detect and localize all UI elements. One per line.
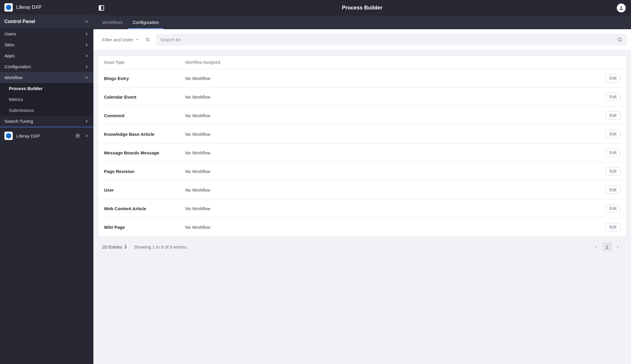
edit-button[interactable]: Edit <box>606 167 620 175</box>
cell-asset: Wiki Page <box>104 225 185 230</box>
table-row[interactable]: Calendar EventNo WorkflowEdit <box>98 87 626 106</box>
col-header-asset[interactable]: Asset Type <box>104 60 185 65</box>
pager-prev-button[interactable] <box>592 242 601 251</box>
compass-icon <box>75 133 80 138</box>
chevron-right-icon <box>615 244 620 249</box>
chevron-left-icon <box>594 244 599 249</box>
cell-workflow: No Workflow <box>185 225 597 230</box>
cell-workflow: No Workflow <box>185 169 597 174</box>
table-row[interactable]: UserNo WorkflowEdit <box>98 180 626 199</box>
brand-name: Liferay DXP <box>16 5 41 10</box>
search-field[interactable] <box>156 34 627 45</box>
cell-asset: Message Boards Message <box>104 150 185 155</box>
search-button[interactable] <box>617 37 622 42</box>
cell-workflow: No Workflow <box>185 113 597 118</box>
tabbar: Workflows Configuration <box>93 16 631 29</box>
user-icon <box>619 5 624 11</box>
cell-asset: Page Revision <box>104 169 185 174</box>
sidebar-site-label: Liferay DXP <box>16 133 40 138</box>
chevron-right-icon <box>84 32 89 36</box>
chevron-right-icon <box>84 64 89 69</box>
chevron-down-icon <box>84 75 89 80</box>
table-row[interactable]: Web Content ArticleNo WorkflowEdit <box>98 199 626 218</box>
brand-logo <box>4 3 13 12</box>
col-header-workflow[interactable]: Workflow Assigned <box>185 60 597 65</box>
sidebar-item-label: Search Tuning <box>4 119 33 124</box>
filter-order-dropdown[interactable]: Filter and Order <box>102 37 139 42</box>
caret-down-icon <box>136 38 139 41</box>
sidebar-item-users[interactable]: Users <box>0 28 93 39</box>
table-row[interactable]: Knowledge Base ArticleNo WorkflowEdit <box>98 125 626 143</box>
main: Process Builder Workflows Configuration … <box>93 0 631 364</box>
edit-button[interactable]: Edit <box>606 130 620 138</box>
table-row[interactable]: Message Boards MessageNo WorkflowEdit <box>98 143 626 162</box>
chevron-right-icon <box>84 53 89 58</box>
edit-button[interactable]: Edit <box>606 223 620 231</box>
table-row[interactable]: Wiki PageNo WorkflowEdit <box>98 218 626 236</box>
cell-asset: Blogs Entry <box>104 76 185 81</box>
edit-button[interactable]: Edit <box>606 74 620 82</box>
cell-asset: Calendar Event <box>104 94 185 99</box>
cell-workflow: No Workflow <box>185 150 597 155</box>
sidebar-item-search-tuning[interactable]: Search Tuning <box>0 116 93 127</box>
sidebar-subitem-submissions[interactable]: Submissions <box>0 105 93 116</box>
sort-caret-icon <box>124 245 127 249</box>
pager-page-1[interactable]: 1 <box>603 242 611 251</box>
edit-button[interactable]: Edit <box>606 111 620 120</box>
filter-label: Filter and Order <box>102 37 133 42</box>
cell-workflow: No Workflow <box>185 187 597 192</box>
brand-logo <box>4 132 13 140</box>
tab-configuration[interactable]: Configuration <box>128 16 163 29</box>
cell-workflow: No Workflow <box>185 94 597 99</box>
sidebar: Liferay DXP Control Panel Users Sites Ap… <box>0 0 93 364</box>
edit-button[interactable]: Edit <box>606 186 620 194</box>
edit-button[interactable]: Edit <box>606 148 620 157</box>
svg-marker-9 <box>124 247 127 249</box>
entries-label: 20 Entries <box>102 244 122 249</box>
topbar: Process Builder <box>93 0 631 16</box>
tab-workflows[interactable]: Workflows <box>98 16 127 29</box>
search-icon <box>617 37 622 42</box>
cell-asset: Comment <box>104 113 185 118</box>
cell-asset: Knowledge Base Article <box>104 132 185 137</box>
sidebar-item-label: Apps <box>4 53 14 58</box>
svg-marker-1 <box>77 135 78 136</box>
panel-toggle-button[interactable] <box>99 5 104 11</box>
table-row[interactable]: CommentNo WorkflowEdit <box>98 106 626 125</box>
svg-line-7 <box>621 40 622 42</box>
sidebar-section-label: Control Panel <box>4 19 35 24</box>
search-input[interactable] <box>160 37 617 42</box>
sidebar-item-configuration[interactable]: Configuration <box>0 61 93 72</box>
sidebar-subitem-metrics[interactable]: Metrics <box>0 94 93 105</box>
sidebar-site-link[interactable]: Liferay DXP <box>0 127 93 144</box>
sort-toggle-button[interactable] <box>145 37 150 42</box>
asset-table: Asset Type Workflow Assigned Blogs Entry… <box>98 56 627 236</box>
svg-marker-8 <box>124 245 127 246</box>
sidebar-section-control-panel[interactable]: Control Panel <box>0 15 93 28</box>
sidebar-item-label: Configuration <box>4 64 31 69</box>
table-header: Asset Type Workflow Assigned <box>98 56 626 69</box>
sidebar-item-sites[interactable]: Sites <box>0 39 93 50</box>
sidebar-item-label: Workflow <box>4 75 22 80</box>
cell-workflow: No Workflow <box>185 206 597 211</box>
sidebar-item-label: Sites <box>4 42 14 47</box>
sidebar-subitem-process-builder[interactable]: Process Builder <box>0 83 93 94</box>
sidebar-item-apps[interactable]: Apps <box>0 50 93 61</box>
svg-marker-3 <box>137 39 138 40</box>
chevron-right-icon <box>84 119 89 124</box>
sidebar-brand[interactable]: Liferay DXP <box>0 0 93 15</box>
sidebar-item-workflow[interactable]: Workflow <box>0 72 93 83</box>
toolbar: Filter and Order <box>93 29 631 50</box>
entries-per-page-dropdown[interactable]: 20 Entries <box>102 244 127 249</box>
pager: 1 <box>592 242 622 251</box>
table-footer: 20 Entries Showing 1 to 9 of 9 entries. … <box>93 236 631 257</box>
user-avatar[interactable] <box>617 4 626 12</box>
chevron-down-icon <box>84 19 89 24</box>
content: Asset Type Workflow Assigned Blogs Entry… <box>93 50 631 364</box>
table-row[interactable]: Page RevisionNo WorkflowEdit <box>98 162 626 180</box>
edit-button[interactable]: Edit <box>606 204 620 213</box>
edit-button[interactable]: Edit <box>606 93 620 101</box>
svg-point-6 <box>618 38 621 41</box>
table-row[interactable]: Blogs EntryNo WorkflowEdit <box>98 69 626 87</box>
pager-next-button[interactable] <box>613 242 622 251</box>
